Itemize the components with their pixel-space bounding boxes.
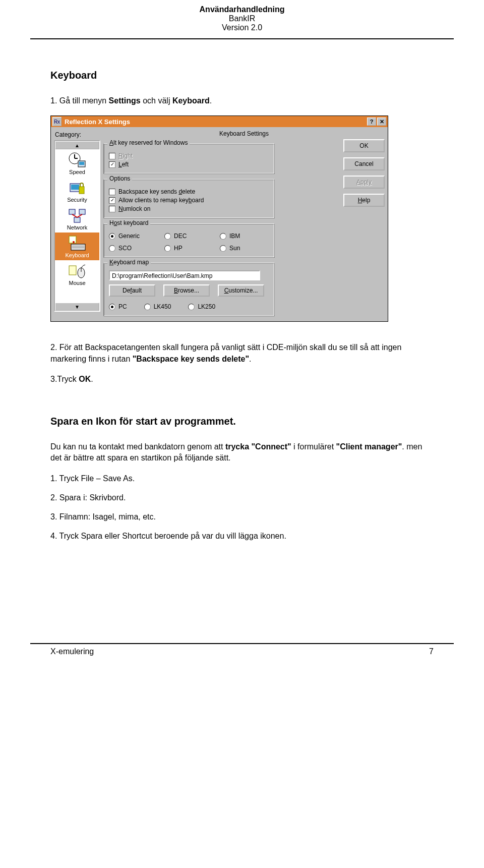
step-2: 2. För att Backspacetangenten skall fung… xyxy=(50,342,434,365)
svg-rect-8 xyxy=(69,209,75,214)
radio-host-generic[interactable]: Generic xyxy=(109,233,164,240)
group-alt-legend: Alt key reserved for Windows xyxy=(107,139,190,146)
page-number: 7 xyxy=(429,647,434,656)
checkbox-allow-remap[interactable]: ✓ Allow clients to remap keyboard xyxy=(109,197,270,204)
mouse-icon xyxy=(68,262,87,279)
panel-title: Keyboard Settings xyxy=(103,130,385,137)
save-step-3: 3. Filnamn: Isagel, mima, etc. xyxy=(50,511,434,523)
svg-rect-7 xyxy=(79,187,84,194)
svg-rect-16 xyxy=(71,244,85,250)
group-host-legend: Host keyboard xyxy=(107,219,150,226)
sidebar-label: Keyboard xyxy=(55,252,99,258)
checkbox-icon: ✓ xyxy=(109,197,115,204)
cancel-button[interactable]: Cancel xyxy=(343,157,385,170)
radio-host-hp[interactable]: HP xyxy=(164,245,220,252)
radio-icon xyxy=(188,304,195,310)
radio-host-dec[interactable]: DEC xyxy=(164,233,220,240)
step-1: 1. Gå till menyn Settings och välj Keybo… xyxy=(50,95,434,106)
keyboard-icon xyxy=(68,235,87,252)
group-options-legend: Options xyxy=(107,175,132,182)
sidebar-item-speed[interactable]: Speed xyxy=(55,149,99,177)
svg-line-11 xyxy=(72,214,77,217)
radio-icon xyxy=(220,233,226,240)
sidebar-item-network[interactable]: Network xyxy=(55,205,99,233)
radio-icon xyxy=(220,245,226,252)
lock-icon xyxy=(68,179,87,196)
svg-rect-10 xyxy=(74,217,80,222)
group-kmap-legend: Keyboard map xyxy=(107,259,151,266)
svg-line-12 xyxy=(77,214,82,217)
radio-host-ibm[interactable]: IBM xyxy=(220,233,275,240)
radio-icon xyxy=(109,304,115,310)
close-titlebar-button[interactable]: ✕ xyxy=(377,118,386,126)
checkbox-icon xyxy=(109,189,115,195)
checkbox-numlock[interactable]: Numlock on xyxy=(109,205,270,212)
save-step-1: 1. Tryck File – Save As. xyxy=(50,473,434,485)
checkbox-left-alt[interactable]: ✓ Left xyxy=(109,161,270,168)
group-keyboard-map: Keyboard map D:\program\Reflection\User\… xyxy=(103,263,275,316)
radio-host-sun[interactable]: Sun xyxy=(220,245,275,252)
doc-subtitle-1: BankIR xyxy=(0,14,484,23)
radio-kmap-lk250[interactable]: LK250 xyxy=(188,303,215,310)
scroll-down-button[interactable]: ▼ xyxy=(55,303,99,311)
category-label: Category: xyxy=(55,131,100,138)
step-3: 3.Tryck OK. xyxy=(50,374,434,385)
browse-button[interactable]: Browse... xyxy=(163,284,210,297)
checkbox-icon xyxy=(109,206,115,212)
svg-rect-14 xyxy=(70,237,75,241)
scroll-up-button[interactable]: ▲ xyxy=(55,141,99,149)
help-titlebar-button[interactable]: ? xyxy=(367,118,376,126)
sidebar-item-mouse[interactable]: Mouse xyxy=(55,260,99,288)
group-alt-key: Alt key reserved for Windows Right ✓ Lef… xyxy=(103,143,275,174)
section-save-icon-heading: Spara en Ikon för start av programmet. xyxy=(50,416,434,427)
keyboard-map-path-input[interactable]: D:\program\Reflection\User\Bam.kmp xyxy=(109,270,260,280)
sidebar-label: Mouse xyxy=(55,280,99,286)
sidebar-label: Network xyxy=(55,224,99,230)
save-step-2: 2. Spara i: Skrivbord. xyxy=(50,492,434,504)
save-step-4: 4. Tryck Spara eller Shortcut beroende p… xyxy=(50,530,434,542)
radio-icon xyxy=(109,245,115,252)
checkbox-right-alt[interactable]: Right xyxy=(109,152,270,159)
dialog-titlebar[interactable]: Rx Reflection X Settings ? ✕ xyxy=(51,116,388,127)
footer-section-name: X-emulering xyxy=(50,647,94,656)
system-menu-icon[interactable]: Rx xyxy=(52,117,62,126)
sidebar-label: Speed xyxy=(55,169,99,175)
radio-kmap-lk450[interactable]: LK450 xyxy=(144,303,171,310)
checkbox-icon: ✓ xyxy=(109,161,115,168)
sidebar-item-keyboard[interactable]: Keyboard xyxy=(55,233,99,260)
help-button[interactable]: Help xyxy=(343,194,385,207)
doc-title: Användarhandledning xyxy=(0,5,484,14)
radio-host-sco[interactable]: SCO xyxy=(109,245,164,252)
dialog-title: Reflection X Settings xyxy=(64,118,366,126)
svg-rect-6 xyxy=(71,185,79,190)
svg-rect-4 xyxy=(79,162,84,165)
group-options: Options Backspace key sends delete ✓ All… xyxy=(103,179,275,218)
doc-subtitle-2: Version 2.0 xyxy=(0,23,484,32)
svg-rect-9 xyxy=(79,209,85,214)
settings-dialog: Rx Reflection X Settings ? ✕ Category: ▲… xyxy=(50,115,388,322)
category-list: ▲ Speed Security xyxy=(54,140,100,312)
sidebar-label: Security xyxy=(55,197,99,203)
save-icon-intro: Du kan nu ta kontakt med bankdatorn geno… xyxy=(50,441,434,464)
radio-icon xyxy=(164,233,171,240)
apply-button[interactable]: Apply xyxy=(343,176,385,189)
category-sidebar: Category: ▲ Speed xyxy=(54,130,100,318)
default-button[interactable]: Default xyxy=(109,284,155,297)
network-icon xyxy=(68,207,87,224)
svg-point-15 xyxy=(73,241,75,243)
page-footer: X-emulering 7 xyxy=(0,643,484,656)
ok-button[interactable]: OK xyxy=(343,139,385,152)
sidebar-item-security[interactable]: Security xyxy=(55,177,99,205)
radio-icon xyxy=(144,304,151,310)
radio-icon xyxy=(164,245,171,252)
clock-icon xyxy=(68,151,87,168)
header-divider xyxy=(30,38,454,39)
checkbox-icon xyxy=(109,153,115,159)
dialog-action-buttons: OK Cancel Apply Help xyxy=(343,139,385,207)
settings-panel: Keyboard Settings Alt key reserved for W… xyxy=(103,130,385,318)
svg-rect-19 xyxy=(69,266,76,275)
radio-kmap-pc[interactable]: PC xyxy=(109,303,127,310)
page-header: Användarhandledning BankIR Version 2.0 xyxy=(0,0,484,36)
checkbox-backspace-delete[interactable]: Backspace key sends delete xyxy=(109,188,270,195)
customize-button[interactable]: Customize... xyxy=(218,284,264,297)
